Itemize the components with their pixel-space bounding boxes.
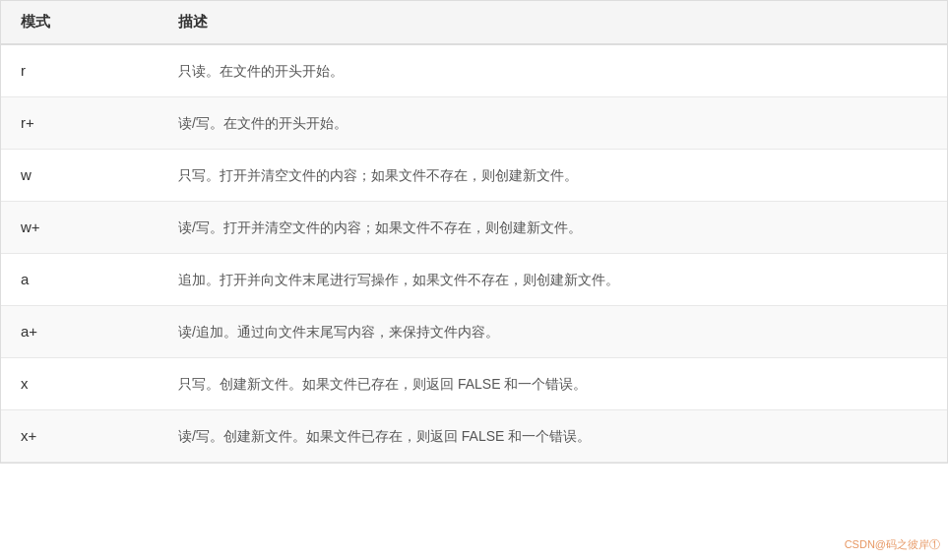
table-cell-mode: w+ [1,202,158,254]
table-cell-description: 读/写。创建新文件。如果文件已存在，则返回 FALSE 和一个错误。 [158,410,947,463]
main-table-container: 模式 描述 r只读。在文件的开头开始。r+读/写。在文件的开头开始。w只写。打开… [0,0,948,464]
table-row: w只写。打开并清空文件的内容；如果文件不存在，则创建新文件。 [1,150,947,202]
table-body: r只读。在文件的开头开始。r+读/写。在文件的开头开始。w只写。打开并清空文件的… [1,44,947,463]
table-row: r只读。在文件的开头开始。 [1,44,947,97]
modes-table: 模式 描述 r只读。在文件的开头开始。r+读/写。在文件的开头开始。w只写。打开… [1,1,947,463]
table-row: r+读/写。在文件的开头开始。 [1,97,947,150]
table-row: x+读/写。创建新文件。如果文件已存在，则返回 FALSE 和一个错误。 [1,410,947,463]
table-cell-description: 只写。创建新文件。如果文件已存在，则返回 FALSE 和一个错误。 [158,358,947,410]
table-cell-mode: a+ [1,306,158,358]
table-cell-description: 追加。打开并向文件末尾进行写操作，如果文件不存在，则创建新文件。 [158,254,947,306]
watermark-label: CSDN@码之彼岸① [845,537,940,552]
table-cell-description: 读/写。打开并清空文件的内容；如果文件不存在，则创建新文件。 [158,202,947,254]
table-cell-mode: x+ [1,410,158,463]
column-header-mode: 模式 [1,1,158,44]
table-header-row: 模式 描述 [1,1,947,44]
table-cell-mode: r [1,44,158,97]
table-row: a+读/追加。通过向文件末尾写内容，来保持文件内容。 [1,306,947,358]
table-cell-description: 只读。在文件的开头开始。 [158,44,947,97]
table-row: x只写。创建新文件。如果文件已存在，则返回 FALSE 和一个错误。 [1,358,947,410]
column-header-description: 描述 [158,1,947,44]
table-cell-mode: a [1,254,158,306]
table-cell-mode: x [1,358,158,410]
table-cell-description: 只写。打开并清空文件的内容；如果文件不存在，则创建新文件。 [158,150,947,202]
table-row: w+读/写。打开并清空文件的内容；如果文件不存在，则创建新文件。 [1,202,947,254]
table-cell-description: 读/追加。通过向文件末尾写内容，来保持文件内容。 [158,306,947,358]
table-cell-mode: w [1,150,158,202]
table-row: a追加。打开并向文件末尾进行写操作，如果文件不存在，则创建新文件。 [1,254,947,306]
table-cell-description: 读/写。在文件的开头开始。 [158,97,947,150]
table-cell-mode: r+ [1,97,158,150]
